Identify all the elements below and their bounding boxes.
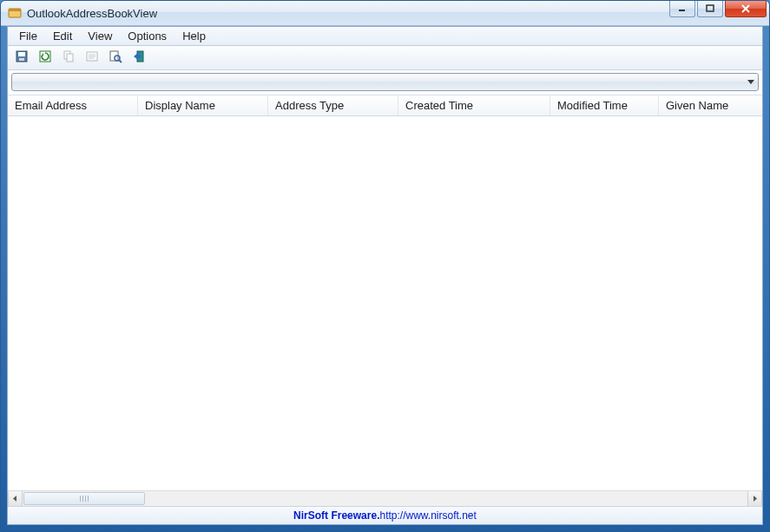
refresh-button[interactable] bbox=[35, 48, 56, 69]
svg-marker-23 bbox=[754, 496, 757, 502]
col-modified-time[interactable]: Modified Time bbox=[550, 95, 659, 115]
toolbar bbox=[8, 46, 762, 70]
statusbar: NirSoft Freeware. http://www.nirsoft.net bbox=[8, 506, 762, 524]
properties-button[interactable] bbox=[82, 48, 102, 69]
table: Email Address Display Name Address Type … bbox=[8, 95, 762, 506]
menu-help[interactable]: Help bbox=[174, 28, 214, 44]
titlebar[interactable]: OutlookAddressBookView bbox=[1, 1, 769, 26]
menu-edit[interactable]: Edit bbox=[45, 28, 80, 44]
table-header: Email Address Display Name Address Type … bbox=[8, 95, 762, 116]
svg-rect-3 bbox=[707, 5, 714, 11]
col-given-name[interactable]: Given Name bbox=[659, 95, 762, 115]
scroll-right-button[interactable] bbox=[747, 491, 762, 506]
window-title: OutlookAddressBookView bbox=[27, 7, 157, 20]
exit-icon bbox=[132, 49, 146, 66]
horizontal-scrollbar[interactable] bbox=[8, 490, 762, 506]
exit-button[interactable] bbox=[128, 48, 149, 69]
profile-combo[interactable] bbox=[11, 73, 759, 91]
client-area: File Edit View Options Help bbox=[7, 26, 763, 525]
window-controls bbox=[669, 1, 767, 17]
copy-icon bbox=[62, 49, 76, 66]
svg-marker-22 bbox=[13, 496, 16, 502]
col-display-name[interactable]: Display Name bbox=[138, 95, 268, 115]
maximize-button[interactable] bbox=[697, 1, 723, 17]
save-icon bbox=[15, 49, 29, 66]
col-created-time[interactable]: Created Time bbox=[398, 95, 550, 115]
chevron-down-icon bbox=[747, 80, 754, 84]
table-body[interactable] bbox=[8, 116, 762, 490]
menu-view[interactable]: View bbox=[80, 28, 120, 44]
menu-file[interactable]: File bbox=[11, 28, 45, 44]
scroll-left-button[interactable] bbox=[8, 491, 23, 506]
save-button[interactable] bbox=[11, 48, 32, 69]
scroll-thumb[interactable] bbox=[23, 492, 145, 505]
profile-selector-row bbox=[8, 70, 762, 95]
refresh-icon bbox=[38, 49, 52, 66]
svg-rect-12 bbox=[67, 54, 73, 62]
svg-rect-8 bbox=[19, 58, 24, 61]
minimize-button[interactable] bbox=[669, 1, 695, 17]
col-email-address[interactable]: Email Address bbox=[8, 95, 138, 115]
scroll-track[interactable] bbox=[23, 491, 747, 506]
svg-line-19 bbox=[119, 60, 122, 62]
app-icon bbox=[8, 6, 22, 20]
properties-icon bbox=[85, 49, 99, 66]
status-text: NirSoft Freeware. bbox=[293, 509, 379, 522]
close-button[interactable] bbox=[725, 1, 767, 17]
menubar: File Edit View Options Help bbox=[8, 27, 762, 46]
svg-rect-7 bbox=[18, 52, 25, 56]
copy-button[interactable] bbox=[58, 48, 79, 69]
find-icon bbox=[109, 49, 122, 66]
menu-options[interactable]: Options bbox=[120, 28, 174, 44]
col-address-type[interactable]: Address Type bbox=[268, 95, 398, 115]
svg-rect-1 bbox=[9, 9, 21, 11]
window-frame: OutlookAddressBookView File Edit View Op… bbox=[0, 0, 770, 532]
status-link[interactable]: http://www.nirsoft.net bbox=[379, 509, 476, 522]
find-button[interactable] bbox=[105, 48, 126, 69]
